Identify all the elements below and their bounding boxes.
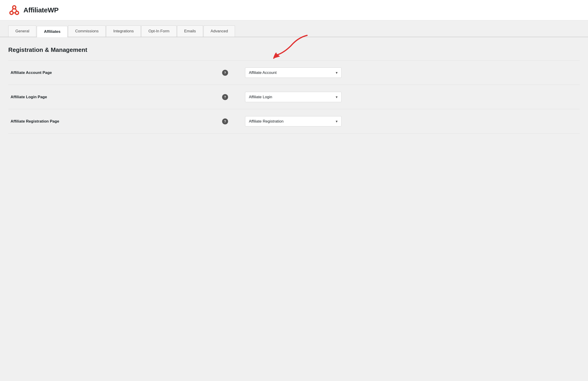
affiliate-registration-page-help-icon[interactable]: ?	[222, 119, 228, 124]
settings-table: Affiliate Account Page ? Affiliate Accou…	[8, 60, 580, 134]
affiliate-login-page-help-icon[interactable]: ?	[222, 94, 228, 100]
table-row: Affiliate Registration Page ? Affiliate …	[8, 109, 580, 134]
affiliate-registration-page-help-cell: ?	[208, 109, 243, 134]
affiliate-account-page-help-cell: ?	[208, 60, 243, 85]
affiliate-registration-page-label: Affiliate Registration Page	[8, 109, 208, 134]
tab-general[interactable]: General	[8, 25, 36, 37]
affiliate-registration-page-control: Affiliate Account Affiliate Login Affili…	[243, 109, 580, 134]
affiliate-login-page-label: Affiliate Login Page	[8, 85, 208, 109]
table-row: Affiliate Account Page ? Affiliate Accou…	[8, 60, 580, 85]
header: AffiliateWP	[0, 0, 588, 20]
tab-advanced[interactable]: Advanced	[204, 25, 235, 37]
tab-affiliates[interactable]: Affiliates	[37, 26, 67, 37]
affiliate-account-page-help-icon[interactable]: ?	[222, 70, 228, 76]
affiliate-account-page-select[interactable]: Affiliate Account Affiliate Login Affili…	[245, 67, 341, 78]
table-row: Affiliate Login Page ? Affiliate Account…	[8, 85, 580, 109]
affiliate-login-page-select[interactable]: Affiliate Account Affiliate Login Affili…	[245, 92, 341, 102]
affiliate-registration-page-select-wrapper: Affiliate Account Affiliate Login Affili…	[245, 116, 341, 126]
tab-emails[interactable]: Emails	[177, 25, 203, 37]
affiliate-account-page-label: Affiliate Account Page	[8, 60, 208, 85]
affiliate-account-page-control: Affiliate Account Affiliate Login Affili…	[243, 60, 580, 85]
nav-tabs: General Affiliates Commissions Integrati…	[0, 20, 588, 37]
affiliate-account-page-select-wrapper: Affiliate Account Affiliate Login Affili…	[245, 67, 341, 78]
tab-commissions[interactable]: Commissions	[68, 25, 106, 37]
logo-text: AffiliateWP	[23, 6, 59, 14]
affiliate-login-page-help-cell: ?	[208, 85, 243, 109]
section-title: Registration & Management	[8, 46, 580, 54]
affiliatewp-logo-icon	[8, 4, 20, 16]
affiliate-registration-page-select[interactable]: Affiliate Account Affiliate Login Affili…	[245, 116, 341, 126]
content-area: Registration & Management Affiliate Acco…	[0, 37, 588, 372]
affiliate-login-page-control: Affiliate Account Affiliate Login Affili…	[243, 85, 580, 109]
tab-integrations[interactable]: Integrations	[106, 25, 141, 37]
tab-opt-in-form[interactable]: Opt-In Form	[141, 25, 177, 37]
affiliate-login-page-select-wrapper: Affiliate Account Affiliate Login Affili…	[245, 92, 341, 102]
